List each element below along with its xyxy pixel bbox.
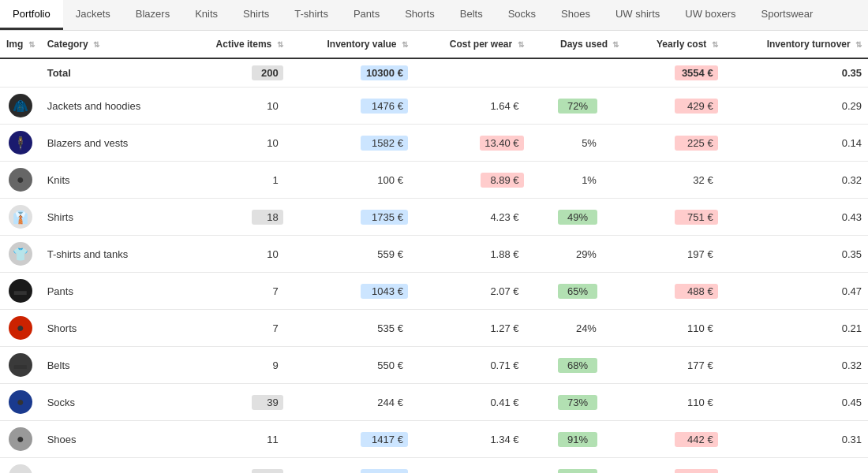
category-avatar: ▬ — [9, 279, 32, 303]
row-cost: 0.71 € — [414, 347, 530, 384]
row-yearly: 429 € — [625, 88, 724, 125]
category-avatar: ● — [9, 390, 32, 414]
col-header-days[interactable]: Days used ⇅ — [530, 31, 626, 58]
category-avatar: ● — [9, 168, 32, 192]
category-avatar: 👕 — [9, 242, 32, 266]
category-avatar: ● — [9, 427, 32, 451]
row-icon: ● — [0, 421, 41, 458]
row-inventory: 244 € — [290, 384, 414, 421]
sort-icon: ⇅ — [277, 40, 283, 49]
nav-tab-portfolio[interactable]: Portfolio — [0, 0, 63, 30]
row-turnover: 0.32 — [724, 347, 868, 384]
col-header-cost[interactable]: Cost per wear ⇅ — [414, 31, 530, 58]
sort-icon: ⇅ — [402, 40, 408, 49]
nav-tab-belts[interactable]: Belts — [447, 0, 496, 30]
row-turnover: 0.35 — [724, 236, 868, 273]
table-row: 🕴 Blazers and vests 10 1582 € 13.40 € 5%… — [0, 125, 868, 162]
col-header-category[interactable]: Category ⇅ — [41, 31, 183, 58]
row-icon: ● — [0, 162, 41, 199]
row-turnover: 0.32 — [724, 162, 868, 199]
row-yearly: 225 € — [625, 125, 724, 162]
row-active: 9 — [183, 347, 290, 384]
table-row: ● Shorts 7 535 € 1.27 € 24% 110 € 0.21 — [0, 310, 868, 347]
total-label: Total — [41, 58, 183, 88]
table-row: ▬ Belts 9 550 € 0.71 € 68% 177 € 0.32 — [0, 347, 868, 384]
row-yearly: 751 € — [625, 199, 724, 236]
row-category: Jackets and hoodies — [41, 88, 183, 125]
nav-tab-shirts[interactable]: Shirts — [230, 0, 282, 30]
sort-icon: ⇅ — [28, 40, 35, 49]
row-icon: 🕴 — [0, 125, 41, 162]
row-cost: 1.34 € — [414, 421, 530, 458]
category-avatar: ● — [9, 316, 32, 340]
row-active: 10 — [183, 125, 290, 162]
col-header-yearly[interactable]: Yearly cost ⇅ — [625, 31, 724, 58]
row-yearly: 442 € — [625, 421, 724, 458]
nav-tab-uw-boxers[interactable]: UW boxers — [672, 0, 748, 30]
col-header-inventory[interactable]: Inventory value ⇅ — [290, 31, 414, 58]
category-avatar: 👔 — [9, 205, 32, 229]
nav-tab-pants[interactable]: Pants — [341, 0, 392, 30]
nav-tab-knits[interactable]: Knits — [182, 0, 230, 30]
col-header-turnover[interactable]: Inventory turnover ⇅ — [724, 31, 868, 58]
row-turnover: 0.21 — [724, 310, 868, 347]
row-icon: ○ — [0, 458, 41, 474]
nav-tab-shoes[interactable]: Shoes — [548, 0, 603, 30]
row-inventory: 1582 € — [290, 125, 414, 162]
row-active: 39 — [183, 384, 290, 421]
table-row: ● Knits 1 100 € 8.89 € 1% 32 € 0.32 — [0, 162, 868, 199]
total-img — [0, 58, 41, 88]
row-yearly: 177 € — [625, 347, 724, 384]
row-cost: 8.89 € — [414, 162, 530, 199]
row-icon: 👔 — [0, 199, 41, 236]
row-category: Shorts — [41, 310, 183, 347]
sort-icon: ⇅ — [712, 40, 718, 49]
total-yearly: 3554 € — [625, 58, 724, 88]
row-yearly: 488 € — [625, 273, 724, 310]
nav-tab-sportswear[interactable]: Sportswear — [749, 0, 826, 30]
row-category: Belts — [41, 347, 183, 384]
row-icon: ● — [0, 384, 41, 421]
sort-icon: ⇅ — [93, 40, 99, 49]
total-inventory: 10300 € — [290, 58, 414, 88]
row-category: Shirts — [41, 199, 183, 236]
category-avatar: ○ — [9, 464, 32, 473]
col-header-active[interactable]: Active items ⇅ — [183, 31, 290, 58]
row-turnover: 0.41 — [724, 458, 868, 474]
table-wrap: Img ⇅Category ⇅Active items ⇅Inventory v… — [0, 31, 868, 473]
category-avatar: ▬ — [9, 353, 32, 377]
row-days: 29% — [530, 236, 626, 273]
nav-tab-uw-shirts[interactable]: UW shirts — [603, 0, 672, 30]
col-header-img[interactable]: Img ⇅ — [0, 31, 41, 58]
row-cost: 0.41 € — [414, 384, 530, 421]
row-yearly: 337 € — [625, 458, 724, 474]
app-container: PortfolioJacketsBlazersKnitsShirtsT-shir… — [0, 0, 868, 473]
row-days: 1% — [530, 162, 626, 199]
nav-tab-tshirts[interactable]: T-shirts — [282, 0, 341, 30]
row-cost: 4.23 € — [414, 199, 530, 236]
nav-tab-blazers[interactable]: Blazers — [123, 0, 182, 30]
row-days: 49% — [530, 199, 626, 236]
category-avatar: 🕴 — [9, 131, 32, 155]
row-inventory: 100 € — [290, 162, 414, 199]
row-icon: ▬ — [0, 273, 41, 310]
row-yearly: 197 € — [625, 236, 724, 273]
row-active: 10 — [183, 88, 290, 125]
row-turnover: 0.14 — [724, 125, 868, 162]
total-row: Total 200 10300 € 3554 € 0.35 — [0, 58, 868, 88]
row-icon: ▬ — [0, 347, 41, 384]
row-inventory: 826 € — [290, 458, 414, 474]
table-row: 👔 Shirts 18 1735 € 4.23 € 49% 751 € 0.43 — [0, 199, 868, 236]
row-inventory: 1476 € — [290, 88, 414, 125]
nav-tab-shorts[interactable]: Shorts — [392, 0, 447, 30]
nav-tabs: PortfolioJacketsBlazersKnitsShirtsT-shir… — [0, 0, 868, 31]
row-turnover: 0.43 — [724, 199, 868, 236]
row-turnover: 0.45 — [724, 384, 868, 421]
row-category: Socks — [41, 384, 183, 421]
row-yearly: 110 € — [625, 310, 724, 347]
nav-tab-jackets[interactable]: Jackets — [63, 0, 123, 30]
nav-tab-socks[interactable]: Socks — [496, 0, 548, 30]
row-active: 18 — [183, 199, 290, 236]
row-days: 91% — [530, 421, 626, 458]
sort-icon: ⇅ — [855, 40, 862, 49]
